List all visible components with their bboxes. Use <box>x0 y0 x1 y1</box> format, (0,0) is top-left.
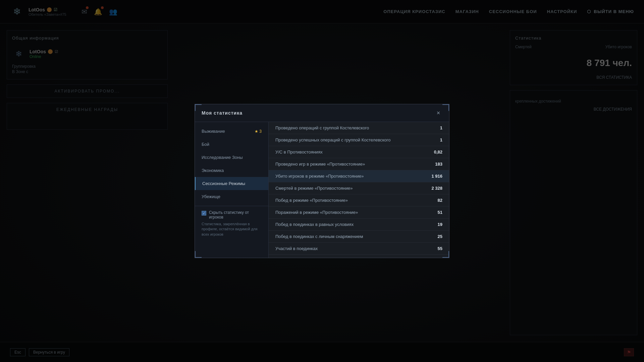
corner-decoration-br <box>442 251 449 258</box>
stat-row-11: Выигране на ставках 0 <box>269 255 449 258</box>
modal-stats-content: Проведено операций с группой Костелевско… <box>269 122 449 258</box>
stat-row-3: Проведено игр в режиме «Противостояние» … <box>269 158 449 170</box>
stat-value-10: 55 <box>422 246 442 251</box>
stat-row-7: Поражений в режиме «Противостояние» 51 <box>269 206 449 219</box>
stat-label-10: Участий в поединках <box>275 246 318 251</box>
stat-row-4: Убито игроков в режиме «Противостояние» … <box>269 170 449 182</box>
sidebar-item-economy[interactable]: Экономика <box>195 164 268 177</box>
survival-badge: ★ 3 <box>255 129 262 134</box>
modal-close-button[interactable]: × <box>434 109 442 117</box>
stat-row-1: Проведено успешных операций с группой Ко… <box>269 134 449 146</box>
stat-label-7: Поражений в режиме «Противостояние» <box>275 210 358 215</box>
checkbox-description: Статистика, закреплённая в профиле, оста… <box>202 222 262 237</box>
checkbox-row: ✓ Скрыть статистику от игроков <box>202 210 262 220</box>
sidebar-item-shelter[interactable]: Убежище <box>195 190 268 203</box>
stat-label-6: Побед в режиме «Противостояние» <box>275 198 348 203</box>
hide-stats-checkbox[interactable]: ✓ <box>202 211 206 216</box>
stat-value-9: 25 <box>422 234 442 239</box>
stat-value-7: 51 <box>422 210 442 215</box>
stat-label-5: Смертей в режиме «Противостояние» <box>275 186 353 191</box>
stat-value-2: 0,82 <box>422 149 442 155</box>
stat-value-1: 1 <box>422 137 442 142</box>
stat-label-8: Побед в поединках в равных условиях <box>275 222 354 227</box>
corner-decoration-tr <box>442 104 449 111</box>
sidebar-item-session-modes[interactable]: Сессионные Режимы <box>195 177 268 190</box>
stat-value-5: 2 328 <box>422 186 442 191</box>
modal-header: Моя статистика × <box>195 104 449 122</box>
modal-overlay: Моя статистика × Выживание ★ 3 Бой Иссле… <box>0 0 644 362</box>
checkmark-icon: ✓ <box>203 212 205 215</box>
checkbox-label: Скрыть статистику от игроков <box>209 210 262 220</box>
stat-value-4: 1 916 <box>422 174 442 179</box>
stat-row-10: Участий в поединках 55 <box>269 243 449 255</box>
corner-decoration-bl <box>195 251 202 258</box>
sidebar-item-zone[interactable]: Исследование Зоны <box>195 151 268 164</box>
stat-label-2: У/С в Противостояниях <box>275 149 323 155</box>
stat-row-2: У/С в Противостояниях 0,82 <box>269 146 449 158</box>
stat-value-6: 82 <box>422 198 442 203</box>
stat-row-6: Побед в режиме «Противостояние» 82 <box>269 194 449 206</box>
stat-row-5: Смертей в режиме «Противостояние» 2 328 <box>269 182 449 194</box>
stat-value-3: 183 <box>422 162 442 167</box>
modal-title: Моя статистика <box>202 110 243 116</box>
stat-value-8: 19 <box>422 222 442 227</box>
stat-label-9: Побед в поединках с личным снаряжением <box>275 234 363 239</box>
stat-value-0: 1 <box>422 125 442 130</box>
sidebar-item-battle[interactable]: Бой <box>195 138 268 151</box>
corner-decoration-tl <box>195 104 202 111</box>
checkbox-section: ✓ Скрыть статистику от игроков Статистик… <box>195 206 268 241</box>
modal-body: Выживание ★ 3 Бой Исследование Зоны Экон… <box>195 122 449 258</box>
sidebar-item-survival[interactable]: Выживание ★ 3 <box>195 125 268 138</box>
stat-row-0: Проведено операций с группой Костелевско… <box>269 122 449 134</box>
stat-row-9: Побед в поединках с личным снаряжением 2… <box>269 231 449 243</box>
statistics-modal: Моя статистика × Выживание ★ 3 Бой Иссле… <box>195 104 449 258</box>
modal-sidebar: Выживание ★ 3 Бой Исследование Зоны Экон… <box>195 122 269 258</box>
stat-label-3: Проведено игр в режиме «Противостояние» <box>275 162 365 167</box>
stat-label-0: Проведено операций с группой Костелевско… <box>275 125 369 130</box>
stat-label-1: Проведено успешных операций с группой Ко… <box>275 137 390 142</box>
stat-label-4: Убито игроков в режиме «Противостояние» <box>275 174 364 179</box>
stat-row-8: Побед в поединках в равных условиях 19 <box>269 219 449 231</box>
